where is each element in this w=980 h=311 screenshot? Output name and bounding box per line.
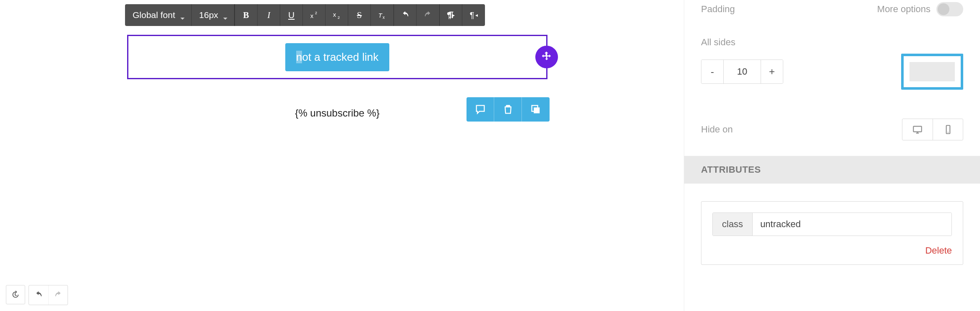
button-text-selected: n bbox=[296, 51, 302, 63]
duplicate-block-button[interactable] bbox=[522, 97, 550, 122]
italic-button[interactable]: I bbox=[258, 4, 280, 26]
attribute-input: class bbox=[712, 213, 952, 236]
undo-history-button[interactable] bbox=[29, 285, 48, 305]
chevron-down-icon bbox=[180, 13, 185, 17]
padding-value-input[interactable] bbox=[723, 60, 761, 83]
delete-block-button[interactable] bbox=[494, 97, 522, 122]
font-family-label: Global font bbox=[133, 10, 175, 20]
button-text: ot a tracked link bbox=[302, 51, 378, 63]
rtl-button[interactable]: ¶◂ bbox=[462, 4, 485, 26]
font-family-select[interactable]: Global font bbox=[125, 4, 192, 26]
svg-text:x: x bbox=[383, 15, 385, 20]
redo-history-button[interactable] bbox=[48, 285, 68, 305]
editor-canvas: Global font 16px B I U x2 x2 S Tx bbox=[0, 0, 684, 311]
bold-button[interactable]: B bbox=[235, 4, 258, 26]
subscript-button[interactable]: x2 bbox=[326, 4, 348, 26]
rich-text-toolbar: Global font 16px B I U x2 x2 S Tx bbox=[125, 4, 485, 26]
padding-preview bbox=[901, 54, 963, 90]
svg-text:T: T bbox=[378, 12, 383, 19]
button-element[interactable]: not a tracked link bbox=[285, 43, 390, 71]
all-sides-label: All sides bbox=[701, 37, 735, 48]
svg-text:x: x bbox=[333, 11, 336, 18]
attribute-delete-link[interactable]: Delete bbox=[925, 245, 952, 256]
hide-on-mobile[interactable] bbox=[933, 119, 963, 140]
svg-text:x: x bbox=[310, 13, 313, 19]
ltr-button[interactable]: ¶▸ bbox=[440, 4, 462, 26]
comment-button[interactable] bbox=[467, 97, 494, 122]
svg-rect-8 bbox=[913, 126, 922, 132]
more-options-label: More options bbox=[877, 4, 930, 15]
attribute-card: class Delete bbox=[701, 201, 963, 265]
stepper-plus[interactable]: + bbox=[761, 60, 783, 83]
strikethrough-button[interactable]: S bbox=[348, 4, 371, 26]
block-actions bbox=[467, 97, 550, 122]
selected-button-block[interactable]: not a tracked link bbox=[127, 35, 547, 79]
move-handle[interactable] bbox=[535, 46, 558, 68]
more-options-toggle[interactable] bbox=[936, 2, 963, 16]
history-controls bbox=[6, 285, 68, 305]
underline-button[interactable]: U bbox=[280, 4, 303, 26]
hide-on-toggle bbox=[902, 119, 963, 140]
padding-label: Padding bbox=[701, 4, 735, 15]
svg-text:2: 2 bbox=[337, 16, 339, 20]
hide-on-label: Hide on bbox=[701, 124, 733, 135]
attributes-section-header: ATTRIBUTES bbox=[684, 156, 980, 184]
svg-rect-6 bbox=[534, 107, 540, 113]
svg-text:2: 2 bbox=[315, 11, 317, 15]
attribute-key: class bbox=[713, 213, 753, 236]
chevron-down-icon bbox=[223, 13, 227, 17]
properties-sidebar: Padding More options All sides - + Hide … bbox=[684, 0, 980, 311]
history-button[interactable] bbox=[6, 285, 25, 304]
redo-button[interactable] bbox=[417, 4, 439, 26]
svg-point-10 bbox=[947, 132, 948, 132]
hide-on-desktop[interactable] bbox=[902, 119, 933, 140]
font-size-select[interactable]: 16px bbox=[192, 4, 235, 26]
attribute-value-input[interactable] bbox=[753, 213, 951, 236]
clear-format-button[interactable]: Tx bbox=[371, 4, 394, 26]
undo-button[interactable] bbox=[394, 4, 417, 26]
superscript-button[interactable]: x2 bbox=[303, 4, 326, 26]
font-size-label: 16px bbox=[199, 10, 219, 20]
stepper-minus[interactable]: - bbox=[701, 60, 723, 83]
padding-stepper: - + bbox=[701, 60, 783, 84]
